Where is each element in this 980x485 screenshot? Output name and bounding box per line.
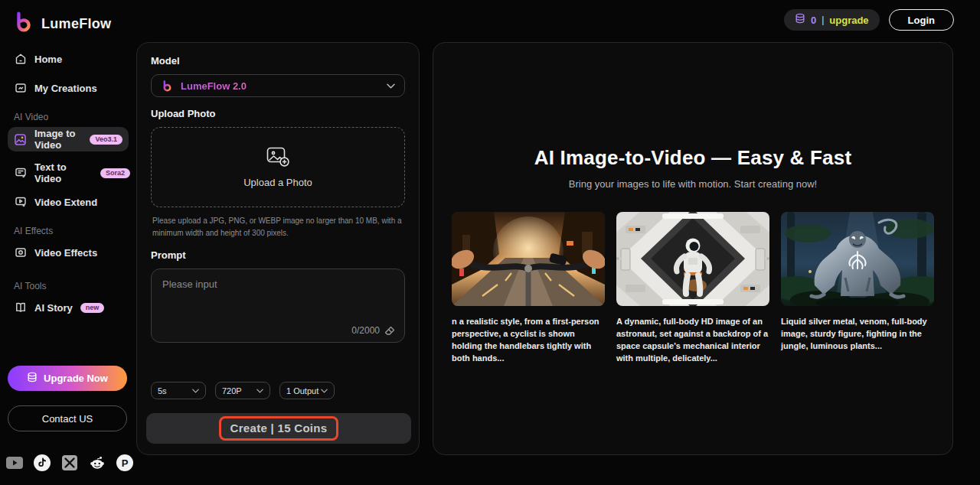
section-label-ai-video: AI Video <box>0 112 136 122</box>
video-extend-icon <box>14 196 27 209</box>
showcase-title: AI Image-to-Video — Easy & Fast <box>433 146 952 170</box>
video-effects-icon <box>14 246 27 259</box>
sidebar-item-label: My Creations <box>34 83 97 94</box>
upload-photo-text: Upload a Photo <box>243 177 312 188</box>
output-count-value: 1 Output <box>286 386 318 395</box>
char-counter-value: 0/2000 <box>351 325 380 336</box>
create-button[interactable]: Create | 15 Coins <box>146 413 411 444</box>
sidebar-item-label: Home <box>34 54 62 65</box>
coin-stack-icon <box>795 13 805 27</box>
section-label-ai-effects: AI Effects <box>0 226 136 236</box>
lumeflow-logo-icon <box>161 80 174 93</box>
prompt-input[interactable] <box>152 269 404 323</box>
login-button[interactable]: Login <box>889 9 954 31</box>
image-to-video-icon <box>14 133 27 146</box>
char-counter: 0/2000 <box>351 325 395 336</box>
chevron-down-icon <box>321 389 328 393</box>
chevron-down-icon <box>192 389 199 393</box>
example-caption: Liquid silver metal, venom, full-body im… <box>781 316 934 353</box>
duration-value: 5s <box>158 386 167 395</box>
model-selected-value: LumeFlow 2.0 <box>181 80 380 92</box>
sidebar-item-my-creations[interactable]: My Creations <box>0 76 136 99</box>
example-thumbnail-cyclist[interactable] <box>452 212 605 306</box>
sidebar-item-ai-story[interactable]: AI Story new <box>0 296 136 319</box>
example-thumbnail-astronaut[interactable] <box>616 212 769 306</box>
svg-text:P: P <box>122 457 129 469</box>
new-badge: new <box>80 303 105 313</box>
add-photo-icon <box>266 147 289 170</box>
sidebar-item-label: Text to Video <box>34 161 93 184</box>
coin-stack-icon <box>27 372 38 385</box>
sidebar-item-label: Video Effects <box>34 247 97 259</box>
sidebar-item-video-effects[interactable]: Video Effects <box>0 241 136 264</box>
coins-count: 0 <box>811 15 816 26</box>
sidebar-item-home[interactable]: Home <box>0 47 136 70</box>
home-icon <box>14 53 27 66</box>
resolution-select[interactable]: 720P <box>215 382 270 399</box>
resolution-value: 720P <box>222 386 242 395</box>
model-select[interactable]: LumeFlow 2.0 <box>151 74 405 97</box>
upload-hint-text: Please upload a JPG, PNG, or WEBP image … <box>152 215 403 239</box>
book-icon <box>14 301 27 314</box>
text-to-video-icon <box>14 167 27 180</box>
x-icon[interactable] <box>61 454 78 471</box>
showcase-subtitle: Bring your images to life with motion. S… <box>433 178 952 190</box>
brand-logo[interactable]: LumeFlow <box>12 11 111 37</box>
prompt-label: Prompt <box>151 249 405 261</box>
chevron-down-icon <box>256 389 263 393</box>
example-caption: n a realistic style, from a first-person… <box>452 316 605 365</box>
upload-photo-label: Upload Photo <box>151 108 405 119</box>
sidebar-item-label: AI Story <box>34 302 73 314</box>
model-badge: Sora2 <box>100 168 130 178</box>
example-card: A dynamic, full-body HD image of an astr… <box>616 212 769 365</box>
sidebar-item-image-to-video[interactable]: Image to Video Veo3.1 <box>8 127 129 151</box>
coins-upgrade-pill[interactable]: 0 | upgrade <box>784 9 880 31</box>
section-label-ai-tools: AI Tools <box>0 281 136 291</box>
model-label: Model <box>151 55 405 67</box>
lumeflow-logo-icon <box>12 11 35 37</box>
tiktok-icon[interactable] <box>34 454 51 471</box>
chevron-down-icon <box>387 83 395 89</box>
eraser-icon[interactable] <box>384 326 395 336</box>
contact-us-button[interactable]: Contact US <box>8 405 127 431</box>
example-card: n a realistic style, from a first-person… <box>452 212 605 365</box>
sidebar: Home My Creations AI Video Image to Vide… <box>0 43 136 485</box>
create-button-annotation: Create | 15 Coins <box>219 416 339 441</box>
upgrade-link[interactable]: upgrade <box>829 15 868 26</box>
showcase-panel: AI Image-to-Video — Easy & Fast Bring yo… <box>433 42 953 455</box>
reddit-icon[interactable] <box>89 454 106 471</box>
examples-row: n a realistic style, from a first-person… <box>433 212 952 365</box>
sidebar-item-label: Image to Video <box>34 128 82 151</box>
generation-form-panel: Model LumeFlow 2.0 Upload Photo Upload a… <box>136 42 420 455</box>
output-count-select[interactable]: 1 Output <box>279 382 335 399</box>
coins-divider: | <box>822 15 824 25</box>
upgrade-now-button[interactable]: Upgrade Now <box>8 366 127 391</box>
sidebar-item-text-to-video[interactable]: Text to Video Sora2 <box>0 161 136 184</box>
example-card: Liquid silver metal, venom, full-body im… <box>781 212 934 365</box>
sidebar-item-label: Video Extend <box>34 197 97 208</box>
duration-select[interactable]: 5s <box>151 382 206 399</box>
brand-name: LumeFlow <box>41 16 111 32</box>
sidebar-item-video-extend[interactable]: Video Extend <box>0 190 136 213</box>
model-badge: Veo3.1 <box>90 135 122 145</box>
upgrade-now-label: Upgrade Now <box>44 373 108 384</box>
upload-photo-dropzone[interactable]: Upload a Photo <box>151 127 405 207</box>
social-links: P <box>6 454 133 471</box>
prompt-box: 0/2000 <box>151 269 405 343</box>
folder-icon <box>14 82 27 95</box>
generation-options: 5s 720P 1 Output <box>151 382 335 399</box>
producthunt-icon[interactable]: P <box>116 454 133 471</box>
example-caption: A dynamic, full-body HD image of an astr… <box>616 316 769 365</box>
youtube-icon[interactable] <box>6 454 23 471</box>
example-thumbnail-venom[interactable] <box>781 212 934 306</box>
